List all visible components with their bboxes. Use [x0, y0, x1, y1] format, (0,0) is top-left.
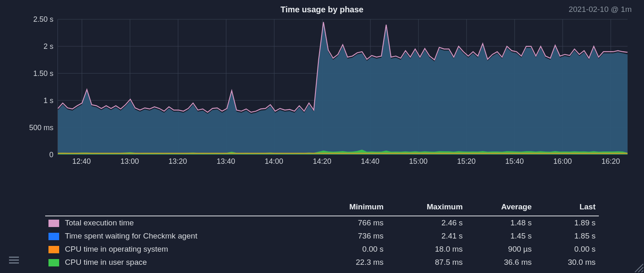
legend-value: 900 µs: [466, 243, 535, 256]
y-tick-label: 2.50 s: [33, 15, 53, 24]
hamburger-menu-icon[interactable]: [9, 257, 19, 264]
x-tick-label: 16:20: [601, 157, 620, 166]
legend-value: 736 ms: [311, 229, 387, 243]
chart-svg: [58, 19, 628, 154]
chart-title: Time usage by phase: [8, 3, 636, 14]
legend-value: 766 ms: [311, 216, 387, 229]
resize-handle-icon[interactable]: [632, 262, 644, 273]
legend-value: 18.0 ms: [387, 243, 466, 256]
plot-wrap: 0500 ms1 s1.50 s2 s2.50 s 12:4013:0013:2…: [8, 19, 636, 171]
legend-col-header: Maximum: [387, 200, 466, 216]
y-tick-label: 1 s: [44, 96, 53, 105]
legend-swatch: [48, 220, 59, 227]
x-tick-label: 15:00: [409, 157, 428, 166]
legend-row[interactable]: Total execution time766 ms2.46 s1.48 s1.…: [45, 216, 599, 229]
legend-swatch: [48, 246, 59, 253]
legend-col-header: Last: [535, 200, 599, 216]
x-tick-label: 13:00: [120, 157, 139, 166]
legend-header-row: MinimumMaximumAverageLast: [45, 200, 599, 216]
legend-value: 36.6 ms: [466, 256, 535, 269]
svg-line-19: [642, 271, 643, 272]
y-tick-label: 2 s: [44, 42, 53, 51]
legend-label: CPU time in operating system: [65, 245, 168, 253]
legend-value: 87.5 ms: [387, 256, 466, 269]
legend-value: 1.85 s: [535, 229, 599, 243]
x-tick-label: 14:40: [361, 157, 380, 166]
legend-value: 0.00 s: [311, 243, 387, 256]
x-tick-label: 15:20: [457, 157, 476, 166]
x-tick-label: 15:40: [505, 157, 524, 166]
legend-col-header: Average: [466, 200, 535, 216]
x-tick-label: 12:40: [72, 157, 91, 166]
x-tick-label: 13:20: [168, 157, 187, 166]
legend-row[interactable]: Time spent waiting for Checkmk agent736 …: [45, 229, 599, 243]
legend-value: 1.45 s: [466, 229, 535, 243]
x-tick-label: 13:40: [216, 157, 235, 166]
legend-swatch: [48, 233, 59, 240]
y-tick-label: 1.50 s: [33, 69, 53, 78]
chart-panel: Time usage by phase 2021-02-10 @ 1m 0500…: [0, 0, 644, 273]
legend-value: 2.46 s: [387, 216, 466, 229]
legend-row[interactable]: CPU time in operating system0.00 s18.0 m…: [45, 243, 599, 256]
x-tick-label: 16:00: [553, 157, 572, 166]
legend-value: 2.41 s: [387, 229, 466, 243]
chart-timestamp: 2021-02-10 @ 1m: [569, 5, 632, 14]
legend-col-header: [45, 200, 311, 216]
legend-swatch: [48, 259, 59, 266]
legend-table: MinimumMaximumAverageLast Total executio…: [45, 200, 599, 269]
x-axis-ticks: 12:4013:0013:2013:4014:0014:2014:4015:00…: [58, 157, 628, 170]
legend-value: 1.48 s: [466, 216, 535, 229]
plot-area[interactable]: [58, 19, 628, 155]
legend-value: 30.0 ms: [535, 256, 599, 269]
x-tick-label: 14:20: [313, 157, 331, 166]
legend-label: Total execution time: [65, 218, 134, 227]
y-tick-label: 0: [49, 151, 53, 159]
legend-label: CPU time in user space: [65, 258, 147, 266]
x-tick-label: 14:00: [265, 157, 283, 166]
legend-value: 0.00 s: [535, 243, 599, 256]
legend-value: 22.3 ms: [311, 256, 387, 269]
legend-value: 1.89 s: [535, 216, 599, 229]
legend-label: Time spent waiting for Checkmk agent: [65, 232, 197, 240]
y-tick-label: 500 ms: [29, 124, 53, 132]
legend-row[interactable]: CPU time in user space22.3 ms87.5 ms36.6…: [45, 256, 599, 269]
y-axis-ticks: 0500 ms1 s1.50 s2 s2.50 s: [8, 19, 53, 155]
legend-col-header: Minimum: [311, 200, 387, 216]
